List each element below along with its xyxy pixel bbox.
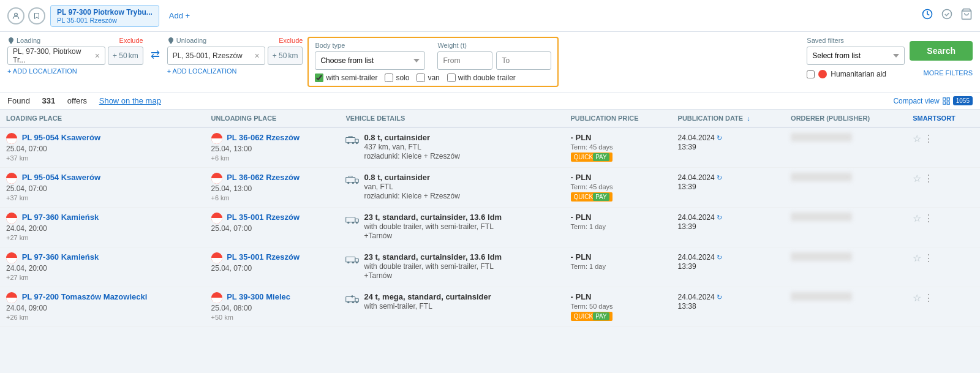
- loading-place-cell: PL 97-360 Kamieńsk 24.04, 20:00 +27 km: [0, 247, 205, 287]
- user-icon[interactable]: [7, 7, 24, 24]
- star-button[interactable]: ☆: [913, 134, 921, 144]
- pub-date-cell: 24.04.2024 ↻ 13:39: [672, 127, 785, 168]
- svg-rect-6: [943, 97, 946, 100]
- svg-point-33: [352, 301, 354, 303]
- more-filters-link[interactable]: MORE FILTERS: [924, 69, 973, 77]
- humanitarian-checkbox[interactable]: [807, 70, 815, 78]
- saved-filters-select[interactable]: Select from list: [807, 47, 905, 65]
- checkbox-double-trailer[interactable]: with double trailer: [447, 73, 516, 82]
- loading-date: 25.04, 07:00: [6, 184, 47, 193]
- more-actions-button[interactable]: ⋮: [924, 253, 933, 263]
- cart-icon[interactable]: [960, 8, 973, 23]
- refresh-icon[interactable]: ↻: [717, 254, 722, 261]
- check-circle-icon[interactable]: [941, 8, 953, 23]
- loading-exclude[interactable]: Exclude: [119, 37, 143, 44]
- star-button[interactable]: ☆: [913, 213, 921, 224]
- checkbox-semi-trailer[interactable]: with semi-trailer: [315, 73, 377, 82]
- flag-icon: [6, 213, 17, 224]
- more-actions-button[interactable]: ⋮: [924, 173, 933, 184]
- checkbox-van[interactable]: van: [417, 73, 439, 82]
- refresh-icon[interactable]: ↻: [717, 174, 722, 181]
- truck-icon: [345, 214, 359, 227]
- actions-cell: ☆ ⋮: [907, 247, 980, 287]
- solo-checkbox[interactable]: [385, 73, 393, 82]
- compact-view-button[interactable]: Compact view 1055: [893, 96, 973, 105]
- star-button[interactable]: ☆: [913, 253, 921, 263]
- refresh-icon[interactable]: ↻: [717, 134, 722, 141]
- body-type-label: Body type: [315, 42, 425, 49]
- orderer-cell: [785, 127, 907, 168]
- orderer-blurred: [791, 252, 852, 261]
- tab-line1: PL 97-300 Piotrkow Trybu...: [57, 8, 153, 17]
- loading-section: Loading Exclude PL, 97-300, Piotrkow Tr.…: [7, 37, 143, 75]
- th-publication-date[interactable]: PUBLICATION DATE ↓: [672, 110, 785, 127]
- unloading-date: 25.04, 07:00: [211, 264, 252, 273]
- more-actions-button[interactable]: ⋮: [924, 213, 933, 224]
- bookmark-icon[interactable]: [28, 7, 45, 24]
- star-button[interactable]: ☆: [913, 173, 921, 184]
- orderer-blurred: [791, 213, 852, 221]
- flag-icon: [211, 252, 222, 263]
- results-table: LOADING PLACE UNLOADING PLACE VEHICLE DE…: [0, 110, 980, 327]
- price-value: - PLN: [571, 252, 592, 262]
- more-actions-button[interactable]: ⋮: [924, 293, 933, 303]
- svg-rect-7: [947, 97, 949, 100]
- svg-point-22: [348, 222, 350, 224]
- search-button[interactable]: Search: [910, 41, 973, 61]
- price-cell: - PLN Term: 1 day: [565, 208, 672, 247]
- flag-icon: [6, 252, 17, 263]
- vehicle-details-cell: 0.8 t, curtainsider van, FTL rozładunki:…: [339, 168, 564, 208]
- unloading-input[interactable]: PL, 35-001, Rzeszów ×: [167, 47, 265, 65]
- price-value: - PLN: [571, 133, 592, 142]
- svg-rect-20: [346, 217, 355, 222]
- loading-add-loc[interactable]: + ADD LOCALIZATION: [7, 67, 143, 75]
- unloading-date: 25.04, 08:00: [211, 304, 252, 312]
- unloading-km-badge[interactable]: + 50 km: [268, 47, 303, 65]
- svg-rect-15: [346, 178, 355, 183]
- clock-icon[interactable]: [921, 8, 933, 23]
- vehicle-details-cell: 0.8 t, curtainsider 437 km, van, FTL roz…: [339, 127, 564, 168]
- loading-km-badge[interactable]: + 50 km: [108, 47, 143, 65]
- semi-trailer-checkbox[interactable]: [315, 73, 323, 82]
- unloading-clear[interactable]: ×: [255, 51, 260, 61]
- loading-km: +37 km: [6, 194, 28, 202]
- loading-input[interactable]: PL, 97-300, Piotrkow Tr... ×: [7, 47, 105, 65]
- price-cell: - PLN Term: 45 days QUICKPAY: [565, 127, 672, 168]
- sort-arrow-date: ↓: [747, 115, 750, 122]
- pub-date: 24.04.2024: [678, 293, 715, 301]
- unloading-exclude[interactable]: Exclude: [279, 37, 303, 44]
- results-count: 331: [42, 96, 56, 105]
- checkbox-solo[interactable]: solo: [385, 73, 409, 82]
- weight-to-input[interactable]: [496, 51, 551, 70]
- saved-filters-section: Saved filters Select from list: [807, 37, 905, 65]
- filter-right-group: Saved filters Select from list Search Hu…: [807, 37, 973, 78]
- unloading-place-name: PL 35-001 Rzeszów: [227, 213, 300, 222]
- unloading-place-cell: PL 35-001 Rzeszów 25.04, 07:00: [205, 247, 340, 287]
- active-tab[interactable]: PL 97-300 Piotrkow Trybu... PL 35-001 Rz…: [50, 5, 159, 27]
- show-on-map-link[interactable]: Show on the map: [99, 96, 161, 105]
- van-checkbox[interactable]: [417, 73, 425, 82]
- filter-bar: Loading Exclude PL, 97-300, Piotrkow Tr.…: [0, 32, 980, 92]
- swap-button[interactable]: ⇄: [148, 37, 162, 61]
- body-type-select[interactable]: Choose from list: [315, 51, 425, 70]
- more-actions-button[interactable]: ⋮: [924, 134, 933, 144]
- found-label: Found: [7, 96, 30, 105]
- orderer-blurred: [791, 173, 852, 181]
- truck-icon: [345, 134, 359, 147]
- svg-point-27: [348, 262, 350, 263]
- smart-sort-badge: 1055: [953, 96, 973, 105]
- unloading-add-loc[interactable]: + ADD LOCALIZATION: [167, 67, 303, 75]
- truck-icon: [345, 254, 359, 266]
- star-button[interactable]: ☆: [913, 293, 921, 303]
- price-value: - PLN: [571, 213, 592, 222]
- unloading-km: +6 km: [211, 154, 230, 162]
- tab-line2: PL 35-001 Rzeszów: [57, 17, 153, 24]
- refresh-icon[interactable]: ↻: [717, 293, 722, 301]
- add-tab-button[interactable]: Add +: [164, 9, 195, 23]
- pub-date: 24.04.2024: [678, 173, 715, 182]
- svg-point-19: [356, 182, 358, 184]
- loading-clear[interactable]: ×: [95, 51, 100, 61]
- double-trailer-checkbox[interactable]: [447, 73, 456, 82]
- refresh-icon[interactable]: ↻: [717, 214, 722, 221]
- weight-from-input[interactable]: [437, 51, 492, 70]
